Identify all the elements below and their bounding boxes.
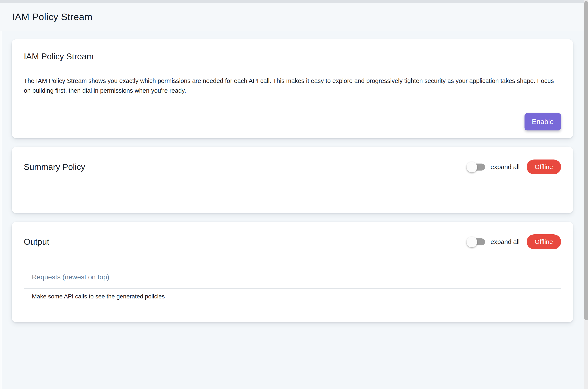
- summary-status-badge: Offline: [527, 160, 561, 174]
- page-title: IAM Policy Stream: [12, 11, 93, 23]
- toggle-knob: [467, 237, 477, 247]
- requests-empty-message: Make some API calls to see the generated…: [24, 293, 561, 300]
- intro-card-description: The IAM Policy Stream shows you exactly …: [24, 76, 561, 96]
- output-controls: expand all Offline: [467, 234, 561, 249]
- window-left-edge: [0, 3, 2, 389]
- summary-policy-controls: expand all Offline: [467, 160, 561, 174]
- summary-expand-all-label: expand all: [490, 163, 520, 170]
- requests-divider: [24, 288, 561, 289]
- window-top-edge: [0, 0, 588, 3]
- intro-card: IAM Policy Stream The IAM Policy Stream …: [12, 39, 573, 138]
- output-header-row: Output expand all Offline: [24, 234, 561, 250]
- intro-card-title: IAM Policy Stream: [24, 51, 561, 62]
- output-status-badge: Offline: [527, 234, 561, 249]
- vertical-scrollbar-thumb[interactable]: [584, 1, 588, 320]
- summary-policy-header-row: Summary Policy expand all Offline: [24, 159, 561, 175]
- output-expand-all-toggle[interactable]: [467, 237, 485, 247]
- requests-heading: Requests (newest on top): [24, 273, 561, 281]
- toggle-knob: [467, 162, 477, 172]
- vertical-scrollbar-track[interactable]: [584, 0, 588, 389]
- output-title: Output: [24, 237, 49, 247]
- summary-policy-title: Summary Policy: [24, 162, 85, 172]
- requests-panel: Requests (newest on top) Make some API c…: [24, 273, 561, 300]
- enable-button[interactable]: Enable: [524, 113, 561, 130]
- page-header: IAM Policy Stream: [0, 3, 584, 32]
- summary-expand-all-toggle[interactable]: [467, 162, 485, 172]
- output-card: Output expand all Offline Requests (newe…: [12, 222, 573, 323]
- output-expand-all-label: expand all: [490, 238, 520, 245]
- summary-policy-card: Summary Policy expand all Offline: [12, 147, 573, 213]
